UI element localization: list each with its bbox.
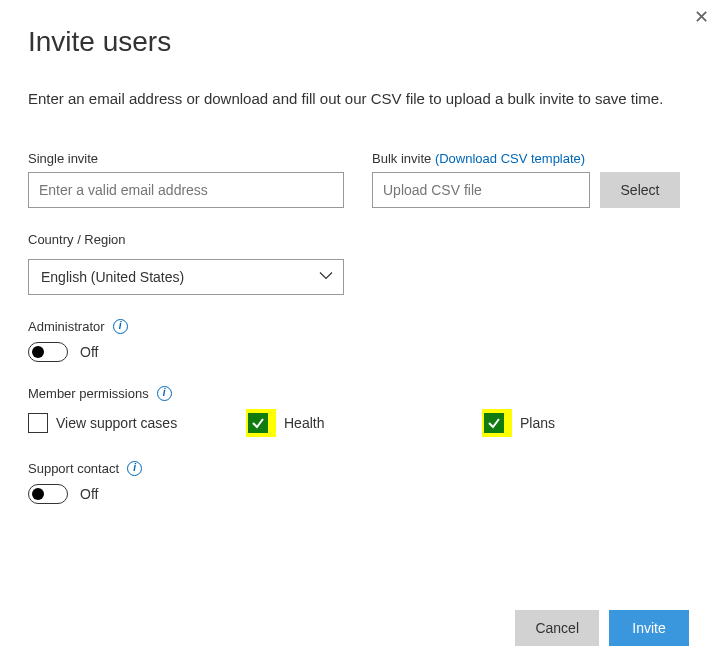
page-description: Enter an email address or download and f… (28, 88, 689, 111)
single-invite-group: Single invite (28, 151, 344, 208)
perm-plans[interactable]: Plans (482, 409, 555, 437)
info-icon[interactable]: i (113, 319, 128, 334)
invite-button[interactable]: Invite (609, 610, 689, 646)
perm-view-support-cases[interactable]: View support cases (28, 413, 246, 433)
dialog-footer: Cancel Invite (515, 610, 689, 646)
administrator-state: Off (80, 344, 98, 360)
perm-label-plans: Plans (520, 415, 555, 431)
administrator-toggle[interactable] (28, 342, 68, 362)
bulk-invite-group: Bulk invite (Download CSV template) Sele… (372, 151, 680, 208)
cancel-button[interactable]: Cancel (515, 610, 599, 646)
highlight (246, 409, 276, 437)
country-region-group: Country / Region English (United States) (28, 232, 689, 295)
perm-health[interactable]: Health (246, 409, 482, 437)
highlight (482, 409, 512, 437)
perm-label-health: Health (284, 415, 324, 431)
administrator-label: Administrator (28, 319, 105, 334)
toggle-knob (32, 488, 44, 500)
support-contact-toggle[interactable] (28, 484, 68, 504)
member-permissions-label: Member permissions (28, 386, 149, 401)
invite-users-dialog: Invite users Enter an email address or d… (0, 0, 717, 504)
download-csv-template-link[interactable]: (Download CSV template) (435, 151, 585, 166)
page-title: Invite users (28, 26, 689, 58)
member-permissions-group: Member permissions i View support cases … (28, 386, 689, 437)
info-icon[interactable]: i (127, 461, 142, 476)
info-icon[interactable]: i (157, 386, 172, 401)
bulk-invite-label: Bulk invite (372, 151, 431, 166)
support-contact-label: Support contact (28, 461, 119, 476)
select-csv-button[interactable]: Select (600, 172, 680, 208)
country-region-label: Country / Region (28, 232, 126, 247)
bulk-invite-input[interactable] (372, 172, 590, 208)
checkbox-unchecked-icon (28, 413, 48, 433)
checkbox-checked-icon (484, 413, 504, 433)
country-region-select[interactable]: English (United States) (28, 259, 344, 295)
perm-label-view-support-cases: View support cases (56, 415, 177, 431)
support-contact-group: Support contact i Off (28, 461, 689, 504)
administrator-group: Administrator i Off (28, 319, 689, 362)
support-contact-state: Off (80, 486, 98, 502)
country-region-selected: English (United States) (41, 269, 184, 285)
single-invite-input[interactable] (28, 172, 344, 208)
single-invite-label: Single invite (28, 151, 344, 166)
close-icon[interactable]: ✕ (690, 4, 713, 30)
checkbox-checked-icon (248, 413, 268, 433)
toggle-knob (32, 346, 44, 358)
